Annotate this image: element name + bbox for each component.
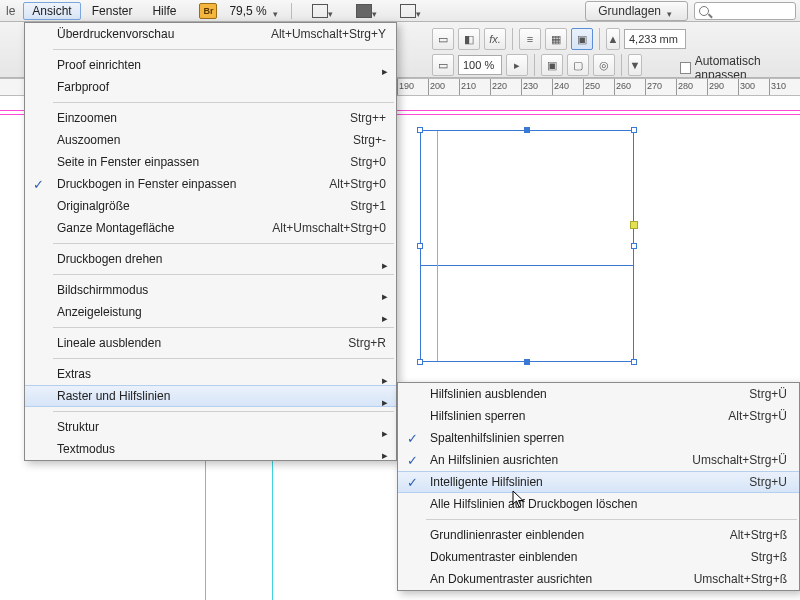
submenu-item[interactable]: Grundlinienraster einblendenAlt+Strg+ß — [398, 524, 799, 546]
menu-shortcut: Umschalt+Strg+Ü — [692, 453, 787, 467]
menu-item-label: Druckbogen in Fenster einpassen — [57, 177, 236, 191]
menu-item[interactable]: Farbproof — [25, 76, 396, 98]
checkbox-icon — [680, 62, 691, 74]
tool-button[interactable]: ▭ — [432, 28, 454, 50]
menu-item[interactable]: Druckbogen drehen — [25, 248, 396, 270]
menu-shortcut: Strg+ß — [751, 550, 787, 564]
menu-shortcut: Strg+1 — [350, 199, 386, 213]
menu-shortcut: Alt+Umschalt+Strg+Y — [271, 27, 386, 41]
submenu-item-label: Spaltenhilfslinien sperren — [430, 431, 564, 445]
menu-item[interactable]: Seite in Fenster einpassenStrg+0 — [25, 151, 396, 173]
menu-item[interactable]: Proof einrichten — [25, 54, 396, 76]
resize-handle[interactable] — [631, 243, 637, 249]
menu-item-label: Überdruckenvorschau — [57, 27, 174, 41]
resize-handle[interactable] — [417, 127, 423, 133]
check-icon: ✓ — [407, 453, 418, 468]
view-tool-1[interactable] — [308, 2, 342, 20]
submenu-item-label: Alle Hilfslinien auf Druckbogen löschen — [430, 497, 637, 511]
menu-shortcut: Alt+Strg+ß — [730, 528, 787, 542]
resize-handle[interactable] — [631, 359, 637, 365]
menu-item[interactable]: Bildschirmmodus — [25, 279, 396, 301]
view-tool-2[interactable] — [352, 2, 386, 20]
tool-button[interactable]: ▭ — [432, 54, 454, 76]
check-icon: ✓ — [33, 177, 44, 192]
fx-button[interactable]: fx. — [484, 28, 506, 50]
fit-content-button[interactable]: ▣ — [541, 54, 563, 76]
submenu-item[interactable]: ✓Intelligente HilfslinienStrg+U — [398, 471, 799, 493]
wrap-button[interactable]: ▦ — [545, 28, 567, 50]
menu-item-label: Druckbogen drehen — [57, 252, 162, 266]
menu-item-label: Ganze Montagefläche — [57, 221, 174, 235]
menu-item-label: Struktur — [57, 420, 99, 434]
menu-item[interactable]: ✓Druckbogen in Fenster einpassenAlt+Strg… — [25, 173, 396, 195]
zoom-level[interactable]: 79,5 % — [229, 4, 282, 18]
menu-item-label: Anzeigeleistung — [57, 305, 142, 319]
menu-shortcut: Strg++ — [350, 111, 386, 125]
search-input[interactable] — [694, 2, 796, 20]
menu-item[interactable]: Extras — [25, 363, 396, 385]
menu-item[interactable]: Lineale ausblendenStrg+R — [25, 332, 396, 354]
live-corner-handle[interactable] — [630, 221, 638, 229]
workspace-switcher[interactable]: Grundlagen — [585, 1, 688, 21]
submenu-item-label: Intelligente Hilfslinien — [430, 475, 543, 489]
submenu-item[interactable]: Dokumentraster einblendenStrg+ß — [398, 546, 799, 568]
menu-item-label: Raster und Hilfslinien — [57, 389, 170, 403]
menu-shortcut: Alt+Strg+0 — [329, 177, 386, 191]
align-button[interactable]: ≡ — [519, 28, 541, 50]
submenu-item-label: Grundlinienraster einblenden — [430, 528, 584, 542]
resize-handle[interactable] — [417, 359, 423, 365]
submenu-item[interactable]: ✓An Hilfslinien ausrichtenUmschalt+Strg+… — [398, 449, 799, 471]
menu-item[interactable]: ÜberdruckenvorschauAlt+Umschalt+Strg+Y — [25, 23, 396, 45]
menu-fenster[interactable]: Fenster — [83, 2, 142, 20]
submenu-item[interactable]: An Dokumentraster ausrichtenUmschalt+Str… — [398, 568, 799, 590]
frame-divider — [421, 265, 633, 266]
menu-hilfe[interactable]: Hilfe — [143, 2, 185, 20]
resize-handle[interactable] — [631, 127, 637, 133]
frame-fit-button[interactable]: ▣ — [571, 28, 593, 50]
chevron-down-icon — [416, 6, 426, 16]
tool-button[interactable]: ◧ — [458, 28, 480, 50]
menu-shortcut: Strg+0 — [350, 155, 386, 169]
menu-item[interactable]: EinzoomenStrg++ — [25, 107, 396, 129]
resize-handle[interactable] — [524, 127, 530, 133]
menu-item-label: Seite in Fenster einpassen — [57, 155, 199, 169]
menu-item[interactable]: OriginalgrößeStrg+1 — [25, 195, 396, 217]
submenu-item[interactable]: ✓Spaltenhilfslinien sperren — [398, 427, 799, 449]
menu-item-label: Extras — [57, 367, 91, 381]
menu-item-label: Einzoomen — [57, 111, 117, 125]
menu-item[interactable]: Ganze MontageflächeAlt+Umschalt+Strg+0 — [25, 217, 396, 239]
percent-field[interactable]: 100 % — [458, 55, 502, 75]
menu-item-label: Textmodus — [57, 442, 115, 456]
view-tool-3[interactable] — [396, 2, 430, 20]
menu-ansicht[interactable]: Ansicht — [23, 2, 80, 20]
chevron-button[interactable]: ▸ — [506, 54, 528, 76]
menu-item[interactable]: Textmodus — [25, 438, 396, 460]
stepper-up[interactable]: ▲ — [606, 28, 620, 50]
center-content-button[interactable]: ◎ — [593, 54, 615, 76]
menu-shortcut: Strg+R — [348, 336, 386, 350]
measure-field[interactable]: 4,233 mm — [624, 29, 686, 49]
bridge-icon[interactable]: Br — [199, 3, 217, 19]
submenu-item-label: An Hilfslinien ausrichten — [430, 453, 558, 467]
menu-shortcut: Alt+Umschalt+Strg+0 — [272, 221, 386, 235]
chevron-down-icon — [372, 6, 382, 16]
chevron-down-icon — [273, 6, 283, 16]
selected-frame[interactable] — [420, 130, 634, 362]
resize-handle[interactable] — [524, 359, 530, 365]
submenu-item[interactable]: Alle Hilfslinien auf Druckbogen löschen — [398, 493, 799, 515]
menu-item[interactable]: AuszoomenStrg+- — [25, 129, 396, 151]
resize-handle[interactable] — [417, 243, 423, 249]
menu-item-label: Farbproof — [57, 80, 109, 94]
search-icon — [699, 6, 709, 16]
menu-item-label: Originalgröße — [57, 199, 130, 213]
menu-item[interactable]: Struktur — [25, 416, 396, 438]
submenu-item[interactable]: Hilfslinien sperrenAlt+Strg+Ü — [398, 405, 799, 427]
stepper-down[interactable]: ▼ — [628, 54, 642, 76]
submenu-item[interactable]: Hilfslinien ausblendenStrg+Ü — [398, 383, 799, 405]
submenu-item-label: Hilfslinien sperren — [430, 409, 525, 423]
submenu-item-label: An Dokumentraster ausrichten — [430, 572, 592, 586]
menu-item[interactable]: Anzeigeleistung — [25, 301, 396, 323]
fit-frame-button[interactable]: ▢ — [567, 54, 589, 76]
submenu-item-label: Dokumentraster einblenden — [430, 550, 577, 564]
menu-item[interactable]: Raster und Hilfslinien — [25, 385, 396, 407]
